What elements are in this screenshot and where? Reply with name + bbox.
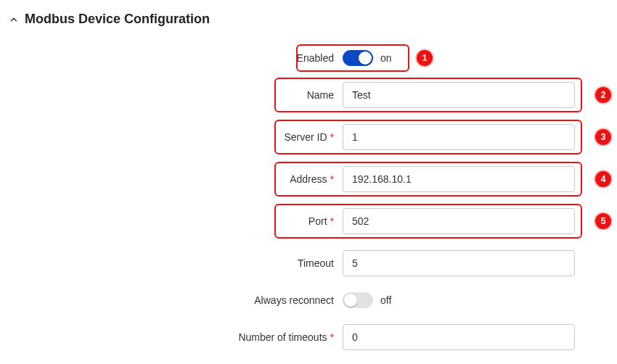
required-mark: * — [330, 173, 334, 185]
required-mark: * — [330, 331, 334, 343]
step-badge-5: 5 — [595, 213, 611, 229]
step-badge-2: 2 — [595, 87, 611, 103]
toggle-enabled-state: on — [380, 52, 392, 64]
label-name: Name — [307, 89, 334, 101]
required-mark: * — [330, 131, 334, 143]
row-enabled: Enabled on 1 — [9, 50, 608, 66]
label-reconnect: Always reconnect — [254, 294, 334, 306]
input-port[interactable] — [343, 208, 575, 234]
row-name: Name 2 — [9, 82, 608, 108]
input-address[interactable] — [343, 166, 575, 192]
toggle-reconnect-state: off — [380, 294, 391, 306]
row-num-timeouts: Number of timeouts * — [9, 324, 608, 350]
toggle-reconnect[interactable] — [343, 292, 373, 308]
row-port: Port * 5 — [9, 208, 608, 234]
row-address: Address * 4 — [9, 166, 608, 192]
input-name[interactable] — [343, 82, 575, 108]
step-badge-1: 1 — [417, 50, 433, 66]
required-mark: * — [330, 215, 334, 227]
section-header[interactable]: Modbus Device Configuration — [9, 12, 608, 27]
row-reconnect: Always reconnect off — [9, 292, 608, 308]
label-timeout: Timeout — [298, 257, 334, 269]
label-port: Port — [308, 215, 327, 227]
input-server-id[interactable] — [343, 124, 575, 150]
input-num-timeouts[interactable] — [343, 324, 575, 350]
section-title: Modbus Device Configuration — [25, 12, 210, 27]
step-badge-4: 4 — [595, 171, 611, 187]
row-timeout: Timeout — [9, 250, 608, 276]
toggle-enabled[interactable] — [343, 50, 373, 66]
step-badge-3: 3 — [595, 129, 611, 145]
chevron-up-icon — [9, 15, 19, 25]
label-num-timeouts: Number of timeouts — [238, 331, 327, 343]
label-enabled: Enabled — [297, 52, 334, 64]
input-timeout[interactable] — [343, 250, 575, 276]
row-server-id: Server ID * 3 — [9, 124, 608, 150]
label-address: Address — [290, 173, 327, 185]
label-server-id: Server ID — [284, 131, 327, 143]
form-rows: Enabled on 1 Name 2 Server ID * 3 — [9, 50, 608, 350]
